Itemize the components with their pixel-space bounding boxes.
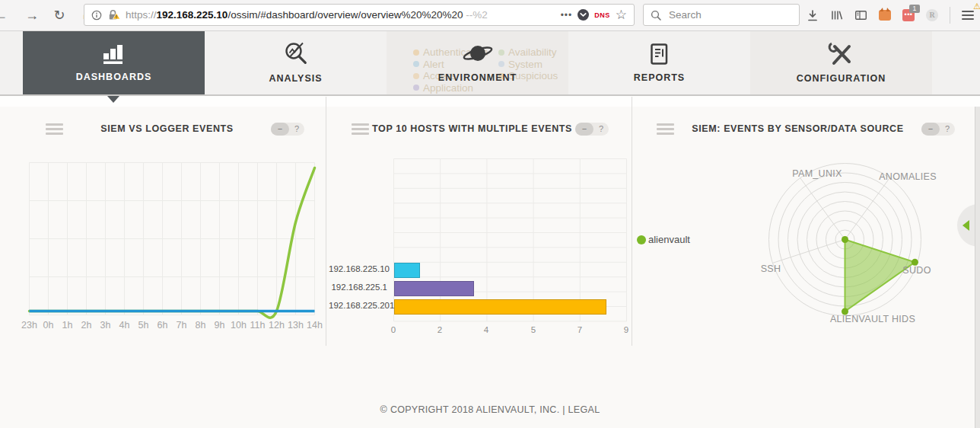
tab-label: DASHBOARDS — [76, 72, 152, 82]
url-text[interactable]: https://192.168.225.10/ossim/#dashboard/… — [126, 9, 555, 21]
tab-label: REPORTS — [634, 72, 685, 83]
panel-header: SIEM VS LOGGER EVENTS − ? — [23, 117, 324, 140]
radar-legend: alienvault — [637, 234, 690, 245]
search-bar[interactable] — [643, 4, 800, 26]
bar-host-1 — [394, 263, 420, 278]
info-icon[interactable] — [91, 10, 102, 21]
browser-toolbar: ← → ↻ ⌂ https://192.168.225.10/ossim/#da… — [0, 0, 980, 31]
main-nav: DASHBOARDS ANALYSIS ENVIRONMENT — [0, 30, 980, 96]
panel-menu-icon[interactable] — [657, 121, 674, 137]
tools-icon — [828, 41, 854, 66]
search-input[interactable] — [667, 8, 784, 21]
x-tick: 7 — [578, 325, 582, 334]
nav-bottom-strip — [0, 96, 980, 107]
right-edge-strip — [975, 97, 980, 428]
radar-axis-label: ALIENVAULT HIDS — [830, 314, 915, 324]
menu-warning-icon: ⚠ — [973, 2, 980, 11]
panel-divider — [326, 97, 326, 346]
radar-chart — [763, 158, 927, 321]
help-button[interactable]: ? — [289, 124, 304, 133]
radar-axis-label: PAM_UNIX — [792, 168, 842, 179]
radar-axis-label: SSH — [761, 264, 781, 274]
search-icon — [651, 10, 661, 21]
panel-top-hosts: TOP 10 HOSTS WITH MULTIPLE EVENTS − ? 19… — [329, 107, 628, 358]
bar-category-label: 192.168.225.10 — [329, 262, 387, 276]
x-axis-labels: 23h 0h 1h 2h 3h 4h 5h 6h 7h 8h 9h 10h 11… — [20, 320, 324, 331]
mixed-content-lock-icon[interactable] — [107, 9, 120, 21]
saturn-planet-icon — [460, 42, 495, 65]
panel-title: TOP 10 HOSTS WITH MULTIPLE EVENTS — [369, 123, 575, 134]
dns-badge[interactable]: DNS — [594, 11, 610, 19]
bookmark-star-icon[interactable]: ☆ — [616, 8, 627, 21]
legend-label: alienvault — [648, 234, 690, 245]
panel-title: SIEM VS LOGGER EVENTS — [63, 123, 271, 134]
menu-icon[interactable]: ⚠ — [962, 8, 974, 22]
bar-host-3 — [394, 299, 606, 315]
url-path: /ossim/#dashboard/overview/overview%20%2… — [228, 9, 463, 21]
page-actions-icon[interactable]: ••• — [561, 10, 573, 21]
active-tab-notch — [107, 96, 119, 103]
fox-extension-icon[interactable] — [879, 10, 891, 21]
legal-link[interactable]: LEGAL — [568, 404, 600, 415]
x-tick: 4 — [484, 325, 488, 334]
x-tick: 2 — [438, 325, 442, 334]
extension-icon-disabled[interactable]: R — [926, 9, 938, 21]
bar-category-label: 192.168.225.1 — [329, 280, 387, 295]
forward-icon[interactable]: → — [21, 0, 43, 30]
tab-analysis[interactable]: ANALYSIS — [205, 30, 387, 94]
panel-events-by-sensor: SIEM: EVENTS BY SENSOR/DATA SOURCE − ? a… — [634, 107, 975, 358]
panel-menu-icon[interactable] — [352, 121, 369, 137]
copyright-text: © COPYRIGHT 2018 ALIENVAULT, INC. — [380, 404, 560, 415]
extension-badge: 1 — [909, 5, 920, 13]
bar-category-label: 192.168.225.201 — [329, 299, 387, 313]
url-domain: 192.168.225.10 — [157, 9, 228, 21]
footer-separator: | — [562, 404, 565, 415]
panel-header: SIEM: EVENTS BY SENSOR/DATA SOURCE − ? — [634, 117, 975, 140]
minimize-button[interactable]: − — [921, 123, 940, 136]
x-tick: 0 — [391, 325, 396, 334]
refresh-icon[interactable]: ↻ — [49, 0, 70, 30]
panel-controls: − ? — [575, 123, 609, 136]
download-icon[interactable] — [807, 9, 819, 22]
bar-chart-grid — [393, 158, 628, 322]
tab-dashboards[interactable]: DASHBOARDS — [23, 30, 205, 94]
footer: © COPYRIGHT 2018 ALIENVAULT, INC. | LEGA… — [0, 404, 980, 415]
pocket-icon[interactable] — [578, 9, 589, 21]
x-tick: 9 — [624, 325, 628, 334]
tab-label: ANALYSIS — [269, 73, 322, 84]
tab-label: ENVIRONMENT — [438, 72, 517, 83]
url-bar[interactable]: https://192.168.225.10/ossim/#dashboard/… — [84, 4, 635, 26]
panel-siem-vs-logger: SIEM VS LOGGER EVENTS − ? 23h 0h 1h 2h 3… — [23, 107, 324, 358]
report-document-icon — [650, 43, 669, 65]
arrow-left-icon — [963, 220, 969, 231]
sidebar-icon[interactable] — [854, 9, 867, 21]
radar-axis-label: SUDO — [902, 265, 931, 276]
bar-chart-icon — [102, 43, 126, 65]
line-chart — [29, 162, 315, 316]
tab-reports[interactable]: REPORTS — [568, 30, 750, 94]
x-tick: 5 — [531, 325, 536, 334]
analysis-magnifier-icon — [282, 41, 309, 66]
url-suffix: --%2 — [463, 9, 488, 21]
red-extension-icon[interactable]: ••• 1 — [902, 9, 915, 21]
tab-label: CONFIGURATION — [797, 73, 886, 84]
minimize-button[interactable]: − — [271, 123, 289, 136]
toolbar-separator — [950, 7, 950, 24]
panel-menu-icon[interactable] — [46, 121, 63, 137]
panel-header: TOP 10 HOSTS WITH MULTIPLE EVENTS − ? — [329, 117, 628, 140]
panel-controls: − ? — [271, 123, 304, 136]
tab-configuration[interactable]: CONFIGURATION — [750, 30, 932, 94]
url-scheme: https:// — [126, 9, 157, 21]
help-button[interactable]: ? — [593, 124, 609, 133]
legend-dot — [637, 235, 646, 244]
library-icon[interactable] — [830, 9, 843, 21]
panel-title: SIEM: EVENTS BY SENSOR/DATA SOURCE — [674, 123, 921, 134]
radar-axis-label: ANOMALIES — [879, 171, 937, 182]
minimize-button[interactable]: − — [575, 123, 593, 136]
help-button[interactable]: ? — [940, 124, 955, 133]
toolbar-icons: ••• 1 R ⚠ — [807, 0, 974, 30]
bar-host-2 — [394, 281, 474, 296]
panel-divider — [632, 97, 632, 346]
back-icon[interactable]: ← — [0, 0, 11, 30]
panel-controls: − ? — [921, 123, 955, 136]
